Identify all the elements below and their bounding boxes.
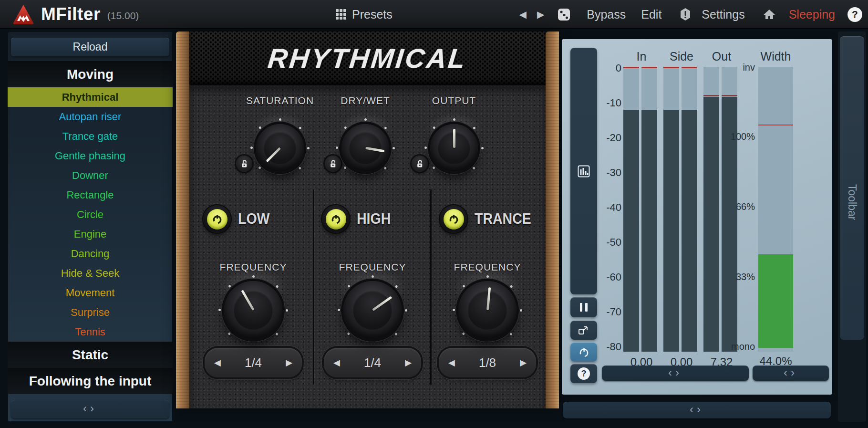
- app-title: MFilter: [41, 4, 101, 24]
- meter-peak-line: [703, 95, 719, 96]
- high-power-button[interactable]: [322, 205, 350, 233]
- low-frequency-knob[interactable]: [224, 281, 282, 339]
- trance-frequency-knob[interactable]: [458, 281, 517, 339]
- width-scale-label: mono: [714, 341, 755, 352]
- scroll-glyph: ‹›: [83, 402, 97, 415]
- width-horizontal-scrollbar[interactable]: ‹›: [753, 365, 829, 381]
- meter-peak-line: [722, 95, 737, 96]
- brand: MFilter (15.00): [12, 0, 139, 29]
- prev-preset-button[interactable]: ◀: [519, 9, 526, 20]
- width-scale-label: inv: [714, 62, 755, 73]
- melda-logo-icon: [12, 4, 34, 25]
- preset-item-tennis[interactable]: Tennis: [8, 322, 173, 342]
- status-sleeping-label[interactable]: Sleeping: [789, 8, 835, 21]
- band-divider: [430, 189, 432, 385]
- home-icon[interactable]: [763, 9, 775, 20]
- preset-group-header-following-the-input[interactable]: Following the input: [8, 368, 173, 394]
- device-title: RHYTHMICAL: [267, 42, 469, 74]
- macro-label: DRY/WET: [341, 95, 390, 106]
- presets-button[interactable]: Presets: [335, 0, 393, 29]
- db-scale-label: 0: [562, 62, 621, 74]
- output-knob[interactable]: [430, 124, 478, 172]
- preset-item-rhythmical[interactable]: Rhythmical: [8, 87, 173, 107]
- high-rate-selector[interactable]: ◀ 1/4 ▶: [324, 348, 421, 377]
- preset-item-autopan-riser[interactable]: Autopan riser: [8, 107, 173, 126]
- meter-bar-fill: [641, 110, 657, 352]
- width-scale-label: 33%: [714, 271, 755, 282]
- power-face: [207, 209, 227, 230]
- toolbar-strip: Toolbar: [838, 31, 866, 422]
- meter-lane: [623, 67, 639, 352]
- preset-item-dancing[interactable]: Dancing: [8, 244, 173, 263]
- reload-button[interactable]: Reload: [11, 38, 169, 56]
- preset-item-gentle-phasing[interactable]: Gentle phasing: [8, 146, 173, 166]
- meter-panel-bottom-scrollbar[interactable]: ‹›: [563, 402, 831, 418]
- saturation-lock-button[interactable]: [236, 156, 252, 172]
- db-scale-label: -70: [562, 306, 621, 318]
- edit-button[interactable]: Edit: [641, 8, 661, 21]
- low-rate-selector[interactable]: ◀ 1/4 ▶: [205, 348, 302, 377]
- toolbar-expand-button[interactable]: Toolbar: [840, 36, 864, 340]
- randomize-dice-icon[interactable]: [558, 8, 570, 21]
- macro-label: SATURATION: [246, 95, 314, 106]
- scroll-glyph: ‹›: [668, 366, 682, 379]
- preset-item-surprise[interactable]: Surprise: [8, 303, 173, 322]
- band-name: LOW: [238, 210, 270, 228]
- meters-help-button[interactable]: ?: [570, 364, 597, 383]
- meter-column-label: Out: [703, 50, 740, 63]
- preset-list: MovingRhythmicalAutopan riserTrance gate…: [8, 61, 173, 394]
- lock-open-icon: [416, 160, 424, 168]
- selector-right-arrow[interactable]: ▶: [405, 357, 412, 368]
- drywet-knob[interactable]: [341, 124, 389, 172]
- preset-item-circle[interactable]: Circle: [8, 205, 173, 224]
- db-scale-label: -60: [562, 271, 621, 283]
- width-scale-label: 66%: [714, 201, 755, 212]
- meter-group-side: Side0.00: [663, 67, 700, 352]
- wood-rail-left: [176, 31, 189, 408]
- top-controls: ◀ ▶ Bypass Edit Settings Sleeping ?: [519, 0, 862, 29]
- meter-bar-fill: [682, 110, 697, 352]
- drywet-lock-button[interactable]: [325, 156, 341, 172]
- preset-item-trance-gate[interactable]: Trance gate: [8, 126, 173, 146]
- preset-group-header-moving[interactable]: Moving: [8, 61, 173, 87]
- titlebar: MFilter (15.00) Presets ◀ ▶ Bypass Edit: [0, 0, 868, 29]
- high-frequency-knob[interactable]: [343, 281, 402, 339]
- trance-power-button[interactable]: [440, 205, 467, 233]
- next-preset-button[interactable]: ▶: [537, 9, 544, 20]
- db-scale-label: -20: [562, 132, 621, 144]
- lock-open-icon: [330, 160, 337, 168]
- selector-left-arrow[interactable]: ◀: [333, 357, 340, 368]
- preset-item-rectangle[interactable]: Rectangle: [8, 185, 173, 205]
- saturation-knob[interactable]: [256, 124, 304, 172]
- help-button[interactable]: ?: [847, 7, 862, 22]
- toolbar-label: Toolbar: [846, 184, 858, 340]
- meter-group-in: In0.00: [623, 67, 660, 352]
- power-icon: [331, 214, 341, 225]
- question-icon: ?: [578, 367, 590, 380]
- preset-item-engine[interactable]: Engine: [8, 224, 173, 244]
- warning-icon[interactable]: [680, 8, 691, 21]
- meters-horizontal-scrollbar[interactable]: ‹›: [602, 365, 749, 381]
- trance-rate-selector[interactable]: ◀ 1/8 ▶: [439, 348, 536, 377]
- presets-label: Presets: [352, 8, 393, 21]
- meter-column-label: In: [623, 50, 660, 63]
- low-power-button[interactable]: [203, 205, 231, 233]
- preset-item-downer[interactable]: Downer: [8, 166, 173, 185]
- selector-right-arrow[interactable]: ▶: [286, 357, 292, 368]
- selector-left-arrow[interactable]: ◀: [448, 357, 455, 368]
- bypass-button[interactable]: Bypass: [587, 8, 626, 21]
- popout-meters-button[interactable]: [570, 321, 597, 340]
- band-name: HIGH: [357, 210, 391, 228]
- meter-lane: [641, 67, 657, 352]
- preset-item-hide-seek[interactable]: Hide & Seek: [8, 263, 173, 283]
- preset-group-header-static[interactable]: Static: [8, 342, 173, 368]
- band-name: TRANCE: [475, 210, 531, 228]
- sidebar-horizontal-scrollbar[interactable]: ‹›: [11, 400, 169, 418]
- preset-item-movement[interactable]: Movement: [8, 283, 173, 303]
- settings-button[interactable]: Settings: [702, 8, 744, 21]
- selector-right-arrow[interactable]: ▶: [520, 357, 527, 368]
- output-lock-button[interactable]: [412, 156, 428, 172]
- plugin-window: MFilter (15.00) Presets ◀ ▶ Bypass Edit: [0, 0, 868, 428]
- selector-left-arrow[interactable]: ◀: [214, 357, 221, 368]
- width-peak-line: [758, 125, 793, 125]
